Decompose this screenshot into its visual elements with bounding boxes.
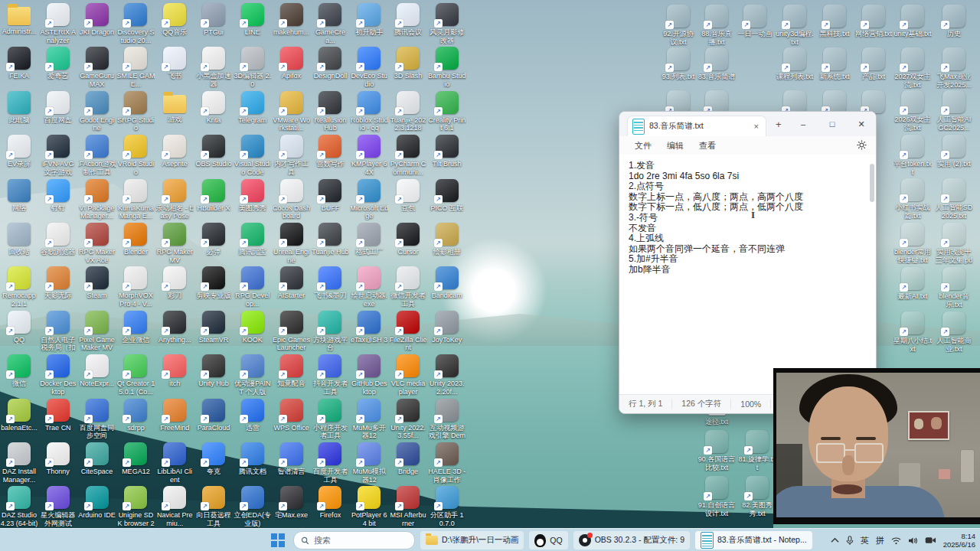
desktop-app-icon[interactable]: ↗Cocos Dashboard bbox=[273, 179, 311, 220]
desktop-app-icon[interactable]: ↗方块游戏平台 bbox=[311, 311, 349, 352]
desktop-app-icon[interactable]: ↗GameGuru MAX bbox=[78, 47, 116, 88]
taskbar-app-explorer[interactable]: D:\张鹏升\一日一动画 bbox=[420, 531, 524, 549]
desktop-app-icon[interactable]: ↗blender音乐.txt bbox=[935, 267, 973, 308]
desktop-app-icon[interactable]: ↗VMware Workstati... bbox=[273, 91, 311, 132]
desktop-app-icon[interactable]: ↗Epic Games Launcher bbox=[273, 311, 311, 352]
desktop-app-icon[interactable]: ↗Roblox Studio - qq bbox=[350, 91, 388, 132]
desktop-app-icon[interactable]: ↗DevEco Studio bbox=[350, 47, 388, 88]
desktop-app-icon[interactable]: ↗雷数写作 bbox=[311, 135, 349, 168]
desktop-app-icon[interactable]: ↗绘世启动器.exe bbox=[350, 266, 388, 308]
system-tray[interactable]: 英 拼 8:14 2025/6/16 bbox=[831, 529, 975, 551]
taskbar[interactable]: 搜索 D:\张鹏升\一日一动画QQOBS 30.2.3 - 配置文件: 983.… bbox=[0, 528, 980, 551]
taskbar-app-obs[interactable]: OBS 30.2.3 - 配置文件: 9 bbox=[573, 531, 690, 549]
desktop-app-icon[interactable]: ↗MEGA12 bbox=[116, 442, 155, 476]
desktop-app-icon[interactable]: ↗Godot Engine bbox=[78, 91, 116, 132]
start-button[interactable] bbox=[268, 530, 288, 550]
menu-file[interactable]: 文件 bbox=[629, 138, 658, 154]
close-button[interactable]: ✕ bbox=[847, 112, 876, 136]
desktop-app-icon[interactable]: ↗FreeMind bbox=[155, 399, 194, 432]
desktop-app-icon[interactable]: ↗QQ音乐 bbox=[155, 3, 194, 37]
desktop-app-icon[interactable]: ↗Unigine SDK browser 2 bbox=[116, 486, 155, 527]
desktop-app-icon[interactable]: ↗企业微信 bbox=[116, 311, 155, 344]
desktop-app-icon[interactable]: ↗Unreal Engine bbox=[273, 223, 311, 264]
scrollbar-thumb[interactable] bbox=[870, 164, 874, 202]
desktop-app-icon[interactable]: ↗JKI Dragon bbox=[78, 3, 116, 37]
desktop-app-icon[interactable]: 网络 bbox=[0, 179, 38, 213]
desktop-app-icon[interactable]: ↗MSI Afterburner bbox=[389, 486, 427, 527]
ime-mode-indicator[interactable]: 拼 bbox=[876, 535, 884, 546]
wifi-icon[interactable] bbox=[891, 536, 901, 545]
desktop-app-icon[interactable]: ↗初升助手 bbox=[350, 3, 388, 37]
notepad-tab[interactable]: 83.音乐简谱.txt × bbox=[627, 116, 766, 136]
desktop-folder-icon[interactable]: 游戏 bbox=[155, 91, 194, 124]
desktop-app-icon[interactable]: ↗88.音乐直播.txt bbox=[697, 5, 736, 46]
new-tab-button[interactable]: + bbox=[776, 119, 782, 130]
desktop-app-icon[interactable]: ↗小程序开发者工具 bbox=[311, 399, 349, 440]
desktop-app-icon[interactable]: ↗AIStarter bbox=[273, 266, 311, 300]
desktop-app-icon[interactable]: ↗Tuanjie Hub bbox=[311, 223, 349, 256]
desktop-app-icon[interactable]: ↗CiteSpace bbox=[78, 442, 116, 476]
desktop-app-icon[interactable]: ↗LINE bbox=[234, 3, 272, 37]
ime-language-indicator[interactable]: 英 bbox=[861, 535, 869, 546]
desktop-app-icon[interactable]: ↗自然人电子税务局（扣缴... bbox=[39, 311, 77, 353]
desktop-app-icon[interactable]: ↗RPG Maker MV bbox=[155, 223, 194, 264]
desktop-app-icon[interactable]: ↗历史 bbox=[935, 5, 973, 38]
desktop-app-icon[interactable]: ↗智谱清言 bbox=[273, 442, 311, 476]
desktop-app-icon[interactable]: ↗实用 (2).txt bbox=[935, 135, 973, 168]
desktop-app-icon[interactable]: ↗Anything... bbox=[155, 311, 194, 344]
desktop-app-icon[interactable]: ↗新系统.txt bbox=[815, 47, 854, 81]
desktop-app-icon[interactable]: ↗KumaKuma Manga E... bbox=[116, 179, 155, 220]
desktop-app-icon[interactable]: ↗LibLibAI Client bbox=[155, 442, 194, 484]
desktop-app-icon[interactable]: ↗Visual Studio Code bbox=[234, 135, 272, 176]
tray-chevron-up-icon[interactable] bbox=[831, 537, 839, 543]
desktop-app-icon[interactable]: ↗小红书实战篇.txt bbox=[893, 178, 932, 220]
desktop-app-icon[interactable]: 此电脑 bbox=[0, 91, 38, 125]
desktop-app-icon[interactable]: ↗eTax@SH 3 bbox=[350, 311, 388, 344]
desktop-app-icon[interactable]: ↗夸克 bbox=[194, 442, 233, 476]
desktop-app-icon[interactable]: ↗90.各国语言比较.txt bbox=[697, 430, 736, 471]
desktop-app-icon[interactable]: ↗ASTERIX Analyzer bbox=[39, 3, 77, 44]
microphone-icon[interactable] bbox=[846, 536, 854, 546]
desktop-app-icon[interactable]: ↗DAZ Studio 4.23 (64-bit) bbox=[0, 486, 38, 527]
desktop-app-icon[interactable]: ↗飞书 bbox=[155, 47, 194, 80]
desktop-app-icon[interactable]: ↗RPG Maker VX Ace bbox=[78, 223, 116, 264]
desktop-app-icon[interactable]: ↗KMPlayer 64X bbox=[350, 135, 388, 176]
desktop-app-icon[interactable]: ↗人工智能商业.txt bbox=[935, 311, 973, 353]
desktop-app-icon[interactable]: ↗飞Max商业开发2025... bbox=[935, 47, 973, 89]
volume-icon[interactable] bbox=[908, 536, 918, 545]
desktop-app-icon[interactable]: ↗百度网盘 bbox=[39, 91, 77, 125]
desktop-app-icon[interactable]: ↗HAELE 3D - 肖像工作室... bbox=[428, 442, 466, 484]
desktop-app-icon[interactable]: ↗Krita bbox=[194, 91, 233, 125]
desktop-app-icon[interactable]: ↗Arduino IDE bbox=[78, 486, 116, 520]
tab-close-icon[interactable]: × bbox=[752, 122, 761, 131]
clock[interactable]: 8:14 2025/6/16 bbox=[943, 532, 975, 549]
desktop-app-icon[interactable]: ↗微信开发者工具 bbox=[389, 266, 427, 308]
desktop-app-icon[interactable]: ↗最新AI.txt bbox=[893, 267, 932, 301]
desktop-app-icon[interactable]: ↗KOOK bbox=[234, 311, 272, 344]
desktop-app-icon[interactable]: ↗HBuilder X bbox=[194, 179, 233, 213]
desktop-app-icon[interactable]: ↗产品.txt bbox=[854, 47, 893, 81]
desktop-app-icon[interactable]: ↗分区助手 10.7.0 bbox=[428, 486, 466, 527]
webcam-overlay-window[interactable] bbox=[773, 368, 980, 524]
desktop-app-icon[interactable]: ↗Bridge bbox=[389, 442, 427, 476]
desktop-app-icon[interactable]: ↗腾讯元宝 bbox=[234, 223, 272, 256]
desktop-app-icon[interactable]: ↗JoyToKey bbox=[428, 311, 466, 344]
desktop-app-icon[interactable]: ↗balenaEtc... bbox=[0, 399, 38, 432]
desktop-app-icon[interactable]: ↗内才写作工具 bbox=[273, 135, 311, 176]
desktop-app-icon[interactable]: ↗QQ bbox=[0, 311, 38, 344]
desktop-app-icon[interactable]: ↗飞书&墨刀 bbox=[311, 266, 349, 300]
desktop-app-icon[interactable]: ↗GameCrea... bbox=[311, 3, 349, 44]
desktop-app-icon[interactable]: ↗百度网盘同步空间 bbox=[78, 399, 116, 440]
desktop-app-icon[interactable]: ↗VI Package Manager... bbox=[78, 179, 116, 220]
desktop-app-icon[interactable]: ↗iFVN-AVG文字游戏制... bbox=[39, 135, 77, 177]
desktop-app-icon[interactable]: ↗unity基础.txt bbox=[893, 5, 932, 38]
desktop-app-icon[interactable]: ↗爱奇艺 bbox=[39, 47, 77, 80]
settings-gear-icon[interactable] bbox=[857, 140, 867, 150]
desktop-app-icon[interactable]: ↗Tilt Brush bbox=[428, 135, 466, 168]
desktop-app-icon[interactable]: ↗PTGui bbox=[194, 3, 233, 37]
desktop-app-icon[interactable]: ↗PyCharm Communi... bbox=[389, 135, 427, 176]
desktop-app-icon[interactable]: ↗93.列表.txt bbox=[659, 47, 697, 81]
menu-edit[interactable]: 编辑 bbox=[661, 138, 690, 154]
desktop-app-icon[interactable]: ↗82.美图秀秀.txt bbox=[738, 476, 776, 517]
desktop-app-icon[interactable]: ↗Docker Desktop bbox=[39, 354, 77, 396]
